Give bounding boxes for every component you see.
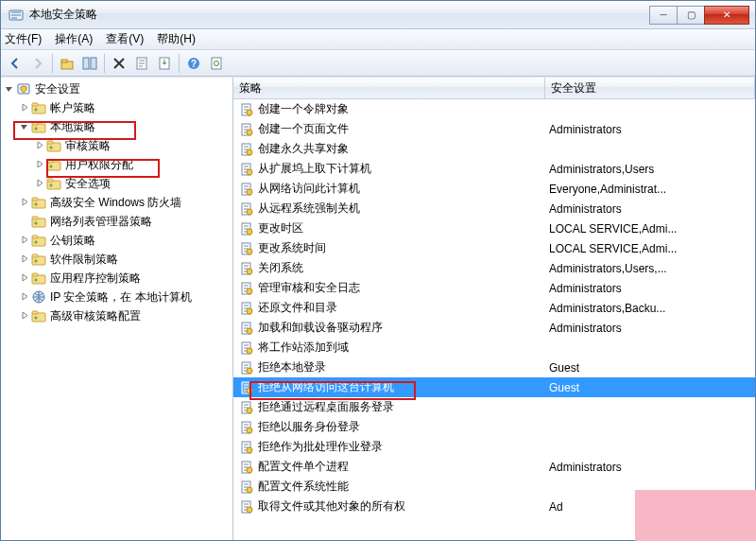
expander-closed-icon[interactable] <box>18 234 31 247</box>
policy-row[interactable]: 配置文件单个进程Administrators <box>233 457 755 477</box>
policy-setting: Administrators,Users <box>549 163 755 176</box>
security-icon <box>16 81 31 96</box>
tree-item-audit[interactable]: 审核策略 <box>1 136 232 155</box>
delete-button[interactable] <box>109 53 129 74</box>
expander-closed-icon[interactable] <box>18 253 31 266</box>
folder-icon <box>31 119 46 134</box>
maximize-button[interactable]: ▢ <box>677 6 705 25</box>
menu-file[interactable]: 文件(F) <box>5 31 42 47</box>
tree-item-userrights[interactable]: 用户权限分配 <box>1 155 232 174</box>
expander-open-icon[interactable] <box>18 120 31 133</box>
tree-item-label: 网络列表管理器策略 <box>50 214 152 230</box>
column-header-policy[interactable]: 策略 <box>233 78 545 98</box>
folder-icon <box>31 252 46 267</box>
policy-row[interactable]: 关闭系统Administrators,Users,... <box>233 258 755 278</box>
svg-point-70 <box>247 447 252 453</box>
expander-closed-icon[interactable] <box>18 290 31 304</box>
policy-name: 创建一个页面文件 <box>258 121 549 137</box>
tree-item-ipsec[interactable]: IP 安全策略，在 本地计算机 <box>1 288 232 306</box>
column-header-setting[interactable]: 安全设置 <box>545 78 755 98</box>
policy-row[interactable]: 拒绝通过远程桌面服务登录 <box>233 397 755 417</box>
refresh-button[interactable] <box>206 53 227 74</box>
expander-closed-icon[interactable] <box>18 271 31 285</box>
policy-name: 拒绝作为批处理作业登录 <box>258 439 549 455</box>
show-hide-button[interactable] <box>79 53 100 74</box>
tree-item-local[interactable]: 本地策略 <box>1 117 232 136</box>
minimize-button[interactable]: ─ <box>649 6 678 25</box>
tree-item-label: 高级审核策略配置 <box>50 308 141 324</box>
policy-setting: Administrators <box>549 322 755 335</box>
expander-closed-icon[interactable] <box>18 196 31 209</box>
policy-setting: Administrators,Backu... <box>549 302 755 315</box>
policy-row[interactable]: 更改时区LOCAL SERVICE,Admi... <box>233 218 755 238</box>
menu-view[interactable]: 查看(V) <box>106 31 144 47</box>
tree-item-account[interactable]: 帐户策略 <box>1 98 232 117</box>
svg-rect-13 <box>32 103 38 106</box>
properties-button[interactable] <box>131 53 152 74</box>
svg-rect-15 <box>32 122 38 125</box>
policy-row[interactable]: 拒绝作为批处理作业登录 <box>233 437 755 457</box>
help-button[interactable]: ? <box>183 53 204 74</box>
policy-row[interactable]: 更改系统时间LOCAL SERVICE,Admi... <box>233 238 755 258</box>
tree-item-pubkey[interactable]: 公钥策略 <box>1 231 232 250</box>
policy-row[interactable]: 拒绝本地登录Guest <box>233 358 755 377</box>
title-bar[interactable]: 本地安全策略 ─ ▢ ✕ <box>1 1 755 29</box>
policy-icon <box>239 201 254 217</box>
separator-icon <box>52 54 53 73</box>
tree-item-advaudit[interactable]: 高级审核策略配置 <box>1 306 232 325</box>
policy-row[interactable]: 还原文件和目录Administrators,Backu... <box>233 298 755 318</box>
svg-rect-17 <box>47 141 53 144</box>
close-button[interactable]: ✕ <box>704 6 749 25</box>
tree-pane[interactable]: 安全设置帐户策略本地策略审核策略用户权限分配安全选项高级安全 Windows 防… <box>1 78 233 540</box>
policy-name: 更改时区 <box>258 220 549 236</box>
expander-open-icon[interactable] <box>3 82 16 96</box>
policy-name: 配置文件单个进程 <box>258 459 549 475</box>
up-button[interactable] <box>57 53 77 74</box>
tree-item-secopts[interactable]: 安全选项 <box>1 174 232 193</box>
policy-row[interactable]: 管理审核和安全日志Administrators <box>233 278 755 298</box>
policy-row[interactable]: 创建永久共享对象 <box>233 139 755 159</box>
policy-row[interactable]: 创建一个页面文件Administrators <box>233 119 755 139</box>
policy-icon <box>239 241 254 256</box>
tree-item-root[interactable]: 安全设置 <box>1 79 232 98</box>
tree-item-netlist[interactable]: 网络列表管理器策略 <box>1 212 232 231</box>
tree-item-appctrl[interactable]: 应用程序控制策略 <box>1 269 232 288</box>
policy-row[interactable]: 加载和卸载设备驱动程序Administrators <box>233 318 755 338</box>
forward-button[interactable] <box>27 53 48 74</box>
svg-point-52 <box>247 269 252 274</box>
policy-row[interactable]: 从扩展坞上取下计算机Administrators,Users <box>233 159 755 179</box>
export-button[interactable] <box>154 53 175 74</box>
policy-row[interactable]: 拒绝以服务身份登录 <box>233 417 755 437</box>
list-body[interactable]: 创建一个令牌对象创建一个页面文件Administrators创建永久共享对象从扩… <box>233 99 755 540</box>
expander-closed-icon[interactable] <box>33 139 46 152</box>
svg-rect-25 <box>32 217 38 219</box>
policy-row[interactable]: 创建一个令牌对象 <box>233 99 755 119</box>
svg-point-76 <box>247 507 252 513</box>
content-area: 安全设置帐户策略本地策略审核策略用户权限分配安全选项高级安全 Windows 防… <box>1 77 755 540</box>
app-icon <box>9 8 24 23</box>
policy-setting: Administrators <box>549 461 755 474</box>
folder-icon <box>46 138 61 153</box>
policy-icon <box>239 281 254 296</box>
back-button[interactable] <box>5 53 26 74</box>
tree-item-firewall[interactable]: 高级安全 Windows 防火墙 <box>1 193 232 212</box>
folder-icon <box>31 214 46 229</box>
policy-row[interactable]: 从网络访问此计算机Everyone,Administrat... <box>233 179 755 199</box>
svg-text:?: ? <box>191 59 197 69</box>
tree-item-swrestrict[interactable]: 软件限制策略 <box>1 250 232 269</box>
expander-closed-icon[interactable] <box>18 101 31 114</box>
policy-row[interactable]: 将工作站添加到域 <box>233 338 755 358</box>
policy-name: 加载和卸载设备驱动程序 <box>258 320 549 336</box>
svg-rect-2 <box>61 60 67 62</box>
policy-icon <box>239 221 254 236</box>
policy-row[interactable]: 从远程系统强制关机Administrators <box>233 199 755 218</box>
expander-closed-icon[interactable] <box>18 309 31 323</box>
expander-closed-icon[interactable] <box>33 177 46 190</box>
policy-name: 创建一个令牌对象 <box>258 101 549 117</box>
menu-action[interactable]: 操作(A) <box>55 31 93 47</box>
expander-closed-icon[interactable] <box>33 158 46 171</box>
svg-rect-4 <box>91 58 96 69</box>
menu-help[interactable]: 帮助(H) <box>157 31 196 47</box>
policy-row[interactable]: 拒绝从网络访问这台计算机Guest <box>233 377 755 397</box>
folder-icon <box>31 308 46 323</box>
